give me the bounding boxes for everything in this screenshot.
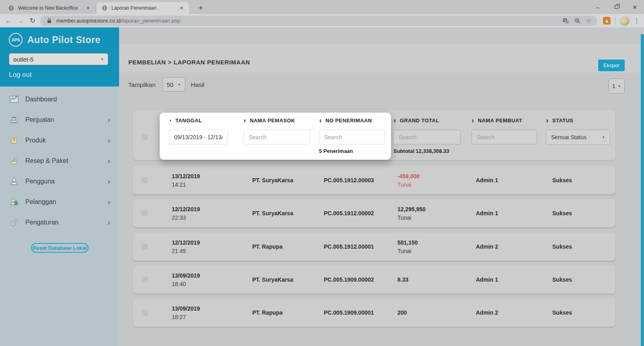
svg-text:A: A: [564, 19, 566, 22]
column-header-grand-total[interactable]: ▲▼ GRAND TOTAL: [393, 117, 439, 124]
main-content: PEMBELIAN > LAPORAN PENERIMAAN Tampilkan…: [119, 27, 641, 346]
reload-button[interactable]: ↻: [27, 15, 39, 27]
grand-total-cell: 12,295,950 Tunai: [397, 206, 426, 221]
new-tab-button[interactable]: +: [195, 3, 206, 13]
grand-total-cell: 200: [397, 309, 407, 316]
zoom-icon[interactable]: [573, 17, 581, 25]
browser-menu-icon[interactable]: ⋮: [632, 17, 642, 25]
sidebar-item-pelanggan[interactable]: Pelanggan ›: [0, 192, 119, 212]
chevron-right-icon: ›: [108, 198, 110, 206]
close-window-button[interactable]: ✕: [625, 0, 644, 14]
chevron-down-icon: ▼: [602, 136, 605, 139]
bookmark-star-icon[interactable]: ☆: [584, 17, 593, 25]
sidebar-item-pengaturan[interactable]: Pengaturan ›: [0, 212, 119, 233]
pembuat-cell: Admin 1: [476, 276, 498, 283]
pemasok-search-input[interactable]: [243, 130, 310, 144]
grand-total-cell: 501,150 Tunai: [397, 239, 418, 254]
status-cell: Sukses: [552, 276, 572, 283]
app-window: APS Auto Pilot Store outlet-5 ▼ Log out …: [0, 27, 644, 346]
pemasok-cell: PT. SuryaKarsa: [252, 276, 293, 283]
logout-link[interactable]: Log out: [9, 71, 32, 79]
row-checkbox[interactable]: [142, 277, 148, 283]
minimize-button[interactable]: –: [588, 0, 607, 14]
row-checkbox[interactable]: [142, 310, 148, 316]
chevron-right-icon: ›: [108, 136, 110, 144]
table-row[interactable]: 12/12/2019 22:33 PT. SuryaKarsa PC.005.1…: [133, 199, 615, 227]
column-header-pemasok[interactable]: ▲▼ NAMA PEMASOK: [243, 117, 295, 124]
column-header-status[interactable]: ▲▼ STATUS: [546, 117, 573, 124]
content-header-band: [119, 43, 641, 72]
pembuat-cell: Admin 1: [476, 210, 498, 216]
sidebar-item-label: Penjualan: [25, 116, 54, 124]
row-checkbox[interactable]: [142, 177, 148, 183]
breadcrumb: PEMBELIAN > LAPORAN PENERIMAAN: [128, 59, 250, 66]
browser-tab-backoffice[interactable]: Welcome to New Backoffice ✕: [3, 2, 96, 14]
status-cell: Sukses: [552, 177, 572, 183]
aps-logo: APS: [9, 33, 23, 47]
column-header-tanggal[interactable]: ▼ TANGGAL: [169, 117, 202, 124]
date-range-input[interactable]: [169, 130, 228, 144]
per-page-select[interactable]: 50 ▼: [163, 77, 185, 92]
sort-icon[interactable]: ▲▼: [393, 119, 396, 123]
pemasok-cell: PT. Rapupa: [252, 243, 282, 250]
sidebar-item-label: Pengguna: [25, 178, 55, 185]
status-cell: Sukses: [552, 210, 572, 216]
table-row[interactable]: 13/09/2019 18:40 PT. SuryaKarsa PC.005.1…: [133, 266, 615, 294]
sidebar-item-resep-paket[interactable]: Resep & Paket ›: [0, 150, 119, 171]
pembuat-search-input[interactable]: [471, 130, 537, 144]
tab-title: Welcome to New Backoffice: [18, 5, 82, 11]
sidebar-item-label: Pengaturan: [25, 219, 59, 226]
penerimaan-search-input[interactable]: [319, 130, 385, 144]
export-button[interactable]: Ekspor: [598, 60, 625, 71]
tab-close-icon[interactable]: ✕: [179, 5, 184, 11]
sidebar-menu: Dashboard Penjualan › Produk ›: [0, 86, 119, 233]
penerimaan-cell: PC.005.1909.00002: [324, 276, 374, 283]
sort-desc-icon[interactable]: ▼: [169, 119, 172, 122]
brand-name: Auto Pilot Store: [27, 35, 101, 45]
extension-icon[interactable]: a: [603, 17, 611, 25]
back-button[interactable]: ←: [2, 15, 14, 27]
table-header: ▼ TANGGAL ▲▼ NAMA PEMASOK ▲▼ NO PENERIMA…: [133, 110, 615, 160]
column-header-pembuat[interactable]: ▲▼ NAMA PEMBUAT: [471, 117, 522, 124]
subtotal-text: Subtotal 12,338,308.33: [393, 148, 449, 154]
table-row[interactable]: 13/09/2019 18:27 PT. Rapupa PC.005.1909.…: [133, 299, 615, 327]
table-row[interactable]: 13/12/2019 14:21 PT. SuryaKarsa PC.005.1…: [133, 166, 615, 194]
select-all-checkbox[interactable]: [142, 134, 148, 140]
forward-button[interactable]: →: [14, 15, 27, 27]
browser-tab-laporan[interactable]: Laporan Penerimaan ✕: [97, 2, 189, 14]
sidebar-item-produk[interactable]: Produk ›: [0, 130, 119, 150]
translate-icon[interactable]: A: [562, 17, 570, 25]
profile-avatar[interactable]: [620, 16, 630, 26]
globe-favicon-icon: [8, 5, 14, 11]
status-select[interactable]: Semua Status ▼: [546, 130, 610, 145]
chevron-down-icon: ▼: [618, 84, 621, 88]
reset-database-button[interactable]: Reset Database Lokal: [31, 243, 88, 253]
page-select[interactable]: 1 ▼: [609, 78, 625, 94]
restore-button[interactable]: [607, 0, 625, 14]
sidebar-item-pengguna[interactable]: Pengguna ›: [0, 171, 119, 192]
tab-close-icon[interactable]: ✕: [85, 5, 91, 11]
column-header-penerimaan[interactable]: ▲▼ NO PENERIMAAN: [319, 117, 372, 124]
sort-icon[interactable]: ▲▼: [319, 119, 322, 123]
sidebar-item-label: Pelanggan: [25, 198, 56, 206]
sort-icon[interactable]: ▲▼: [546, 119, 549, 123]
sort-icon[interactable]: ▲▼: [243, 119, 246, 123]
sort-icon[interactable]: ▲▼: [471, 119, 474, 123]
sidebar-item-label: Dashboard: [25, 96, 57, 103]
table-row[interactable]: 12/12/2019 21:45 PT. Rapupa PC.005.1912.…: [133, 233, 615, 261]
sidebar-item-penjualan[interactable]: Penjualan ›: [0, 109, 119, 130]
grand-total-search-input[interactable]: [393, 130, 461, 144]
tanggal-cell: 13/09/2019 18:40: [172, 272, 200, 287]
address-bar[interactable]: member.autopilotstore.co.id/laporan_pene…: [40, 16, 597, 26]
sidebar-item-dashboard[interactable]: Dashboard: [0, 89, 119, 109]
row-checkbox[interactable]: [142, 210, 148, 216]
browser-toolbar: ← → ↻ member.autopilotstore.co.id/lapora…: [0, 14, 644, 27]
outlet-value: outlet-5: [13, 56, 33, 63]
row-checkbox[interactable]: [142, 244, 148, 250]
sidebar: APS Auto Pilot Store outlet-5 ▼ Log out …: [0, 27, 119, 346]
results-label: Hasil: [191, 81, 204, 88]
outlet-select[interactable]: outlet-5 ▼: [9, 53, 108, 65]
vertical-scrollbar[interactable]: [641, 34, 644, 346]
customer-bag-icon: [8, 197, 20, 207]
tanggal-cell: 13/12/2019 14:21: [172, 173, 200, 188]
